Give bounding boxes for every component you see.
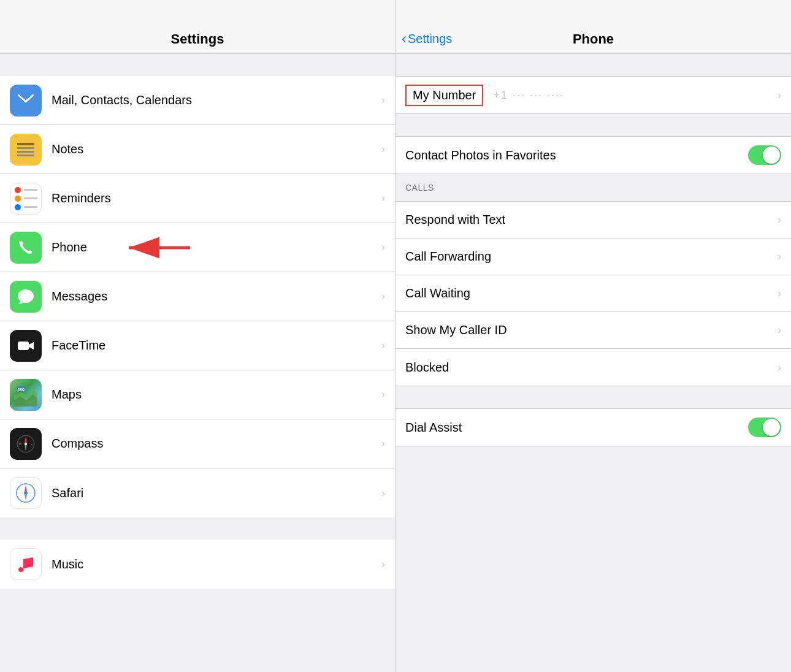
svg-text:N: N (25, 438, 27, 441)
back-button[interactable]: ‹ Settings (402, 30, 452, 47)
contact-photos-group: Contact Photos in Favorites (396, 136, 791, 174)
toggle-knob (763, 147, 780, 164)
caller-id-item[interactable]: Show My Caller ID › (396, 312, 791, 349)
messages-icon (10, 281, 42, 313)
my-number-item[interactable]: My Number +1 ··· ··· ···· › (396, 77, 791, 113)
settings-item-phone[interactable]: Phone › (0, 223, 395, 272)
settings-panel: Settings Mail, Contacts, Calendars › (0, 0, 396, 672)
my-number-chevron: › (778, 89, 781, 102)
middle-gap (0, 517, 395, 540)
respond-text-item[interactable]: Respond with Text › (396, 202, 791, 239)
reminders-label: Reminders (52, 191, 381, 205)
messages-label: Messages (52, 289, 381, 304)
mail-label: Mail, Contacts, Calendars (52, 93, 381, 107)
settings-list: Mail, Contacts, Calendars › Notes › (0, 54, 395, 672)
svg-text:280: 280 (17, 388, 25, 392)
blocked-label: Blocked (405, 361, 778, 375)
settings-item-maps[interactable]: 280 Maps › (0, 370, 395, 419)
main-settings-group: Mail, Contacts, Calendars › Notes › (0, 76, 395, 517)
dial-assist-toggle[interactable] (748, 418, 781, 437)
call-forwarding-item[interactable]: Call Forwarding › (396, 239, 791, 275)
settings-item-mail[interactable]: Mail, Contacts, Calendars › (0, 76, 395, 125)
phone-settings-panel: ‹ Settings Phone My Number +1 ··· ··· ··… (396, 0, 791, 672)
reminders-icon (10, 183, 42, 215)
top-gap (0, 54, 395, 76)
phone-content: My Number +1 ··· ··· ···· › Contact Phot… (396, 54, 791, 672)
music-chevron: › (381, 558, 385, 571)
safari-label: Safari (52, 486, 381, 500)
respond-text-chevron: › (778, 213, 781, 226)
compass-label: Compass (52, 437, 381, 451)
right-top-gap (396, 54, 791, 76)
respond-text-label: Respond with Text (405, 213, 778, 227)
phone-title: Phone (573, 31, 614, 47)
maps-label: Maps (52, 388, 381, 402)
facetime-chevron: › (381, 339, 385, 352)
notes-label: Notes (52, 142, 381, 156)
call-waiting-item[interactable]: Call Waiting › (396, 275, 791, 312)
my-number-label: My Number (405, 85, 483, 106)
phone-number-value: +1 ··· ··· ···· (493, 89, 778, 102)
settings-item-compass[interactable]: N S W E Compass › (0, 419, 395, 468)
svg-rect-24 (23, 568, 24, 571)
call-waiting-label: Call Waiting (405, 286, 778, 300)
settings-item-facetime[interactable]: FaceTime › (0, 321, 395, 370)
back-chevron-icon: ‹ (402, 30, 407, 47)
reminders-chevron: › (381, 192, 385, 205)
dial-assist-group: Dial Assist (396, 408, 791, 446)
compass-chevron: › (381, 437, 385, 450)
dial-assist-toggle-knob (763, 419, 780, 436)
compass-icon: N S W E (10, 428, 42, 460)
calls-label: CALLS (405, 183, 434, 193)
music-icon (10, 548, 42, 580)
settings-item-notes[interactable]: Notes › (0, 125, 395, 174)
settings-item-reminders[interactable]: Reminders › (0, 174, 395, 223)
svg-point-12 (25, 443, 27, 445)
notes-chevron: › (381, 143, 385, 156)
svg-rect-4 (18, 342, 29, 350)
bottom-settings-group: Music › (0, 540, 395, 589)
mail-chevron: › (381, 94, 385, 107)
red-arrow (123, 237, 196, 259)
contact-photos-item[interactable]: Contact Photos in Favorites (396, 137, 791, 174)
dial-assist-label: Dial Assist (405, 421, 748, 435)
phone-header: ‹ Settings Phone (396, 0, 791, 54)
music-label: Music (52, 557, 381, 571)
phone-chevron: › (381, 241, 385, 254)
gap1 (396, 114, 791, 136)
maps-chevron: › (381, 388, 385, 401)
settings-header: Settings (0, 0, 395, 54)
settings-item-safari[interactable]: Safari › (0, 468, 395, 517)
facetime-label: FaceTime (52, 338, 381, 353)
messages-chevron: › (381, 290, 385, 303)
calls-group: Respond with Text › Call Forwarding › Ca… (396, 201, 791, 386)
caller-id-chevron: › (778, 324, 781, 337)
svg-point-21 (24, 491, 28, 495)
blocked-chevron: › (778, 361, 781, 374)
phone-label: Phone (52, 240, 381, 254)
calls-section-header: CALLS (396, 174, 791, 201)
call-forwarding-label: Call Forwarding (405, 250, 778, 264)
call-forwarding-chevron: › (778, 250, 781, 263)
back-label: Settings (408, 32, 452, 46)
call-waiting-chevron: › (778, 287, 781, 300)
my-number-group: My Number +1 ··· ··· ···· › (396, 76, 791, 114)
caller-id-label: Show My Caller ID (405, 323, 778, 337)
safari-icon (10, 477, 42, 509)
phone-icon (10, 232, 42, 264)
dial-assist-item[interactable]: Dial Assist (396, 409, 791, 446)
safari-chevron: › (381, 487, 385, 500)
maps-icon: 280 (10, 379, 42, 411)
settings-title: Settings (171, 31, 224, 47)
settings-item-messages[interactable]: Messages › (0, 272, 395, 321)
blocked-item[interactable]: Blocked › (396, 349, 791, 386)
mail-icon (10, 85, 42, 116)
contact-photos-label: Contact Photos in Favorites (405, 148, 748, 162)
contact-photos-toggle[interactable] (748, 145, 781, 165)
settings-item-music[interactable]: Music › (0, 540, 395, 589)
gap2 (396, 386, 791, 408)
svg-text:W: W (19, 441, 22, 445)
notes-icon (10, 134, 42, 166)
facetime-icon (10, 330, 42, 362)
